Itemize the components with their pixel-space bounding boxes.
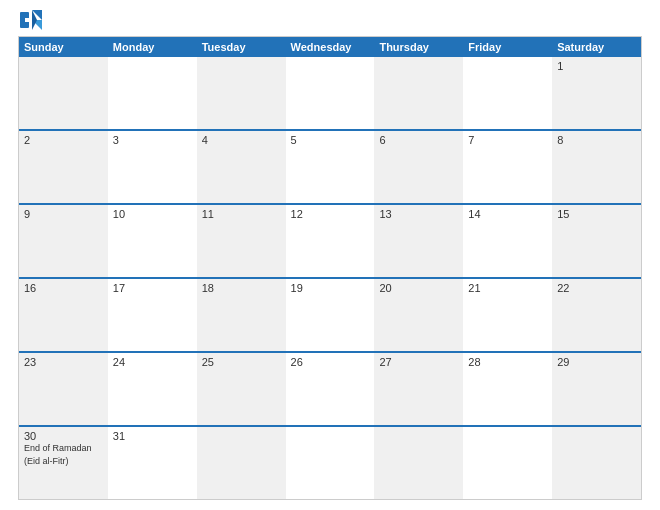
day-cell [374,427,463,499]
day-cell [463,57,552,129]
day-cell: 15 [552,205,641,277]
day-cell: 8 [552,131,641,203]
day-number: 3 [113,134,192,146]
day-number: 20 [379,282,458,294]
day-cell: 28 [463,353,552,425]
day-number: 28 [468,356,547,368]
day-cell: 9 [19,205,108,277]
header [18,10,642,30]
day-headers-row: SundayMondayTuesdayWednesdayThursdayFrid… [19,37,641,57]
day-cell: 7 [463,131,552,203]
day-cell [286,427,375,499]
logo [20,10,48,30]
day-number: 5 [291,134,370,146]
day-cell: 17 [108,279,197,351]
logo-icon [20,10,42,30]
day-number: 18 [202,282,281,294]
day-number: 17 [113,282,192,294]
day-cell: 2 [19,131,108,203]
day-cell: 22 [552,279,641,351]
day-cell: 18 [197,279,286,351]
day-cell: 13 [374,205,463,277]
week-row-6: 30End of Ramadan(Eid al-Fitr)31 [19,425,641,499]
day-event: (Eid al-Fitr) [24,456,103,468]
day-number: 14 [468,208,547,220]
week-row-1: 1 [19,57,641,129]
day-number: 6 [379,134,458,146]
week-row-3: 9101112131415 [19,203,641,277]
day-number: 11 [202,208,281,220]
calendar-grid: SundayMondayTuesdayWednesdayThursdayFrid… [18,36,642,500]
day-cell: 19 [286,279,375,351]
day-cell: 23 [19,353,108,425]
day-cell: 3 [108,131,197,203]
day-number: 24 [113,356,192,368]
day-number: 27 [379,356,458,368]
day-number: 30 [24,430,103,442]
day-number: 10 [113,208,192,220]
day-number: 2 [24,134,103,146]
day-cell: 24 [108,353,197,425]
day-header-monday: Monday [108,37,197,57]
calendar-page: SundayMondayTuesdayWednesdayThursdayFrid… [0,0,660,510]
day-cell [463,427,552,499]
day-number: 1 [557,60,636,72]
day-cell: 31 [108,427,197,499]
week-row-5: 23242526272829 [19,351,641,425]
day-header-wednesday: Wednesday [286,37,375,57]
day-number: 4 [202,134,281,146]
day-number: 9 [24,208,103,220]
day-number: 15 [557,208,636,220]
svg-rect-1 [25,18,29,22]
day-number: 26 [291,356,370,368]
day-cell: 5 [286,131,375,203]
day-cell: 4 [197,131,286,203]
day-cell: 1 [552,57,641,129]
day-number: 16 [24,282,103,294]
day-cell [197,57,286,129]
day-cell: 26 [286,353,375,425]
day-number: 21 [468,282,547,294]
day-header-friday: Friday [463,37,552,57]
day-cell: 11 [197,205,286,277]
day-cell: 25 [197,353,286,425]
day-number: 7 [468,134,547,146]
day-number: 19 [291,282,370,294]
day-number: 12 [291,208,370,220]
day-cell [197,427,286,499]
day-cell: 12 [286,205,375,277]
day-cell [19,57,108,129]
day-number: 13 [379,208,458,220]
day-cell [108,57,197,129]
day-cell: 27 [374,353,463,425]
day-cell: 20 [374,279,463,351]
day-cell [552,427,641,499]
day-cell [286,57,375,129]
day-number: 22 [557,282,636,294]
day-number: 29 [557,356,636,368]
day-cell: 6 [374,131,463,203]
weeks-container: 1234567891011121314151617181920212223242… [19,57,641,499]
day-header-thursday: Thursday [374,37,463,57]
day-number: 25 [202,356,281,368]
day-header-sunday: Sunday [19,37,108,57]
day-cell [374,57,463,129]
day-number: 23 [24,356,103,368]
day-number: 8 [557,134,636,146]
week-row-4: 16171819202122 [19,277,641,351]
day-number: 31 [113,430,192,442]
day-cell: 29 [552,353,641,425]
day-cell: 10 [108,205,197,277]
day-cell: 16 [19,279,108,351]
week-row-2: 2345678 [19,129,641,203]
day-cell: 30End of Ramadan(Eid al-Fitr) [19,427,108,499]
day-cell: 14 [463,205,552,277]
day-cell: 21 [463,279,552,351]
day-header-tuesday: Tuesday [197,37,286,57]
day-header-saturday: Saturday [552,37,641,57]
day-event: End of Ramadan [24,443,103,455]
